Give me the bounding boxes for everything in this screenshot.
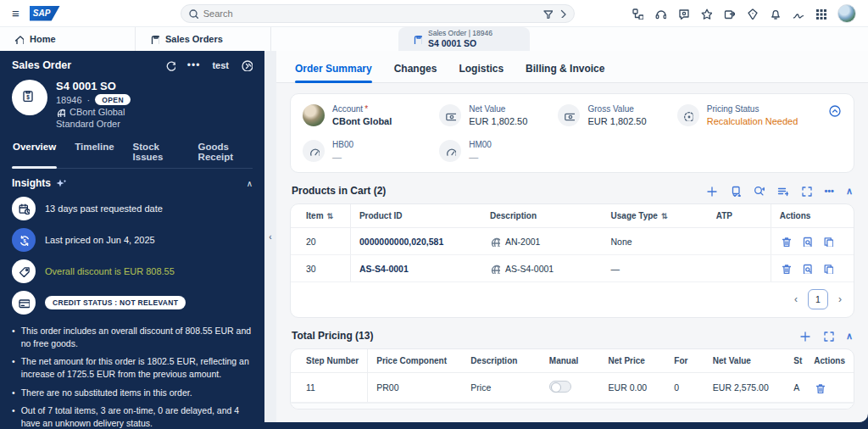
products-section-title: Products in Cart (2) [292, 185, 386, 197]
tab-sales-orders[interactable]: Sales Orders [136, 27, 271, 51]
col-item[interactable]: Item⇅ [291, 204, 350, 228]
list-item: •This order includes an overall discount… [12, 325, 253, 349]
products-table: Item⇅ Product ID Description Usage Type⇅… [291, 204, 854, 282]
col-price-component: Price Component [368, 349, 463, 373]
add-pricing-icon[interactable] [798, 330, 810, 342]
order-account: CBont Global [70, 107, 125, 117]
tab-stock-issues[interactable]: Stock Issues [132, 139, 181, 168]
products-pagination: ‹ 1 › [291, 282, 854, 317]
add-rows-icon[interactable] [776, 185, 788, 197]
copy-product-icon[interactable] [729, 185, 741, 197]
duplicate-icon[interactable] [822, 263, 833, 274]
money-icon [558, 104, 580, 126]
col-usage-type[interactable]: Usage Type⇅ [603, 204, 708, 228]
tab-changes[interactable]: Changes [394, 63, 437, 82]
tab-timeline[interactable]: Timeline [74, 139, 114, 168]
tab-title: S4 0001 SO [428, 38, 492, 48]
col-actions: Actions [771, 204, 854, 228]
pricing-table-card: Step Number Price Component Description … [290, 348, 854, 410]
app-launcher-icon[interactable] [815, 8, 826, 20]
order-id: 18946 [56, 95, 82, 105]
page-number[interactable]: 1 [808, 289, 828, 309]
favorites-icon[interactable] [700, 8, 712, 20]
search-add-icon[interactable] [753, 185, 765, 197]
search-input[interactable] [203, 8, 537, 19]
svg-text:$: $ [23, 238, 25, 243]
product-id-link[interactable]: AS-S4-0001 [359, 264, 409, 274]
next-page-icon[interactable]: › [838, 293, 842, 305]
menu-icon[interactable]: ≡ [12, 7, 19, 20]
insight-item: $ Last priced on Jun 4, 2025 [12, 228, 253, 252]
signature-icon[interactable] [792, 8, 804, 20]
order-type: Standard Order [56, 119, 120, 129]
inspect-copy-icon[interactable] [801, 236, 812, 247]
open-panel-icon[interactable] [241, 59, 253, 71]
search-icon [188, 8, 198, 19]
hb00-field: HB00 — [303, 140, 439, 162]
sort-icon: ⇅ [327, 212, 334, 220]
products-overflow-icon[interactable]: ••• [824, 186, 834, 196]
net-value: EUR 1,802.50 [469, 116, 527, 126]
money-icon [439, 104, 461, 126]
gross-value-field: Gross Value EUR 1,802.50 [558, 104, 676, 126]
overflow-menu-icon[interactable]: ••• [187, 59, 201, 71]
col-description: Description [462, 349, 540, 373]
delete-icon[interactable] [780, 263, 791, 274]
tab-logistics[interactable]: Logistics [459, 63, 504, 82]
tab-overview[interactable]: Overview [12, 139, 57, 168]
duplicate-icon[interactable] [822, 236, 833, 247]
fullscreen-icon[interactable] [822, 330, 834, 342]
insights-collapse-icon[interactable]: ∧ [247, 179, 253, 188]
pricing-status-value: Recalculation Needed [707, 116, 798, 126]
filter-icon[interactable] [542, 8, 553, 19]
status-badge: OPEN [95, 94, 131, 105]
guard-icon[interactable] [746, 8, 758, 20]
prev-page-icon[interactable]: ‹ [794, 293, 798, 305]
tab-goods-receipt[interactable]: Goods Receipt [198, 139, 253, 168]
gross-value: EUR 1,802.50 [587, 116, 646, 126]
org-chart-icon[interactable] [632, 8, 643, 20]
refresh-icon[interactable] [164, 60, 175, 71]
fullscreen-icon[interactable] [800, 185, 812, 197]
side-panel-tabs: Overview Timeline Stock Issues Goods Rec… [12, 139, 253, 169]
table-row[interactable]: 30 AS-S4-0001 AS-S4-0001 — [291, 255, 854, 282]
pricing-collapse-icon[interactable]: ∧ [846, 331, 853, 342]
home-icon [14, 34, 24, 44]
clipboard-dollar-icon: $ [21, 89, 38, 106]
product-id-link[interactable]: 0000000000,020,581 [359, 237, 443, 247]
tab-home[interactable]: Home [0, 27, 136, 51]
col-manual: Manual [541, 349, 600, 373]
account-field: Account* CBont Global [303, 104, 439, 126]
sales-order-side-panel: Sales Order ••• test $ S4 0001 SO 18946 … [0, 51, 264, 422]
add-product-icon[interactable] [705, 185, 717, 197]
notifications-icon[interactable] [769, 8, 781, 20]
account-value[interactable]: CBont Global [332, 116, 392, 126]
tab-sales-order-18946[interactable]: Sales Order | 18946 S4 0001 SO [398, 27, 530, 51]
delete-icon[interactable] [814, 382, 825, 393]
discount-icon [12, 259, 36, 283]
chevron-right-icon[interactable] [558, 8, 567, 18]
tab-order-summary[interactable]: Order Summary [295, 63, 372, 82]
clipboard-icon [149, 34, 159, 44]
products-collapse-icon[interactable]: ∧ [846, 186, 853, 197]
user-avatar[interactable] [837, 4, 856, 23]
navigation-tab-strip: Home Sales Orders Sales Order | 18946 S4… [0, 27, 868, 51]
col-net-value: Net Value [704, 349, 785, 373]
headset-icon[interactable] [654, 8, 666, 20]
panel-collapse-handle[interactable]: ‹ [264, 51, 276, 422]
insight-item: CREDIT STATUS : NOT RELEVANT [12, 291, 253, 315]
tab-billing-invoice[interactable]: Billing & Invoice [526, 63, 604, 82]
order-detail-main: Order Summary Changes Logistics Billing … [276, 51, 868, 422]
share-icon[interactable] [723, 8, 735, 20]
expand-header-icon[interactable] [828, 104, 842, 126]
table-row[interactable]: 11 PR00 Price EUR 0.00 0 EUR 2,575.00 A [291, 373, 854, 403]
sap-logo[interactable]: SAP [30, 6, 60, 21]
product-icon [490, 264, 500, 274]
manual-toggle[interactable] [549, 381, 571, 393]
account-avatar [303, 104, 325, 126]
table-row[interactable]: 20 0000000000,020,581 AN-2001 None [291, 228, 854, 255]
global-search[interactable] [181, 4, 575, 23]
feedback-icon[interactable] [677, 8, 689, 20]
delete-icon[interactable] [780, 236, 791, 247]
inspect-copy-icon[interactable] [801, 263, 812, 274]
